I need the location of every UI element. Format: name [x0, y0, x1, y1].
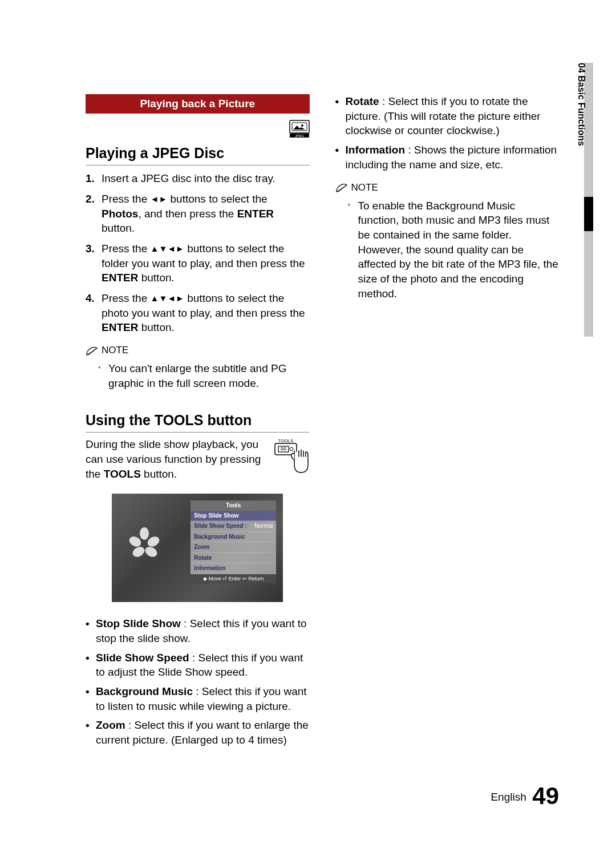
- heading-playing-jpeg: Playing a JPEG Disc: [86, 144, 310, 166]
- pen-note-icon: [86, 344, 98, 358]
- menu-item-zoom: Zoom: [191, 542, 276, 553]
- step-number: 1.: [86, 171, 102, 186]
- tools-menu-hints: ◆ Move ⏎ Enter ↩ Return: [191, 574, 276, 583]
- square-bullet-icon: ▪: [98, 361, 108, 390]
- footer-language: English: [491, 791, 526, 803]
- menu-item-information: Information: [191, 563, 276, 574]
- tools-intro-text: During the slide show playback, you can …: [86, 437, 261, 481]
- jpeg-steps-list: 1. Insert a JPEG disc into the disc tray…: [86, 171, 310, 334]
- left-column: Playing back a Picture JPEG Playing a JP…: [86, 94, 310, 752]
- step-2: 2. Press the ◄► buttons to select the Ph…: [86, 192, 310, 236]
- heading-tools-button: Using the TOOLS button: [86, 411, 310, 433]
- tools-options-list-left: • Stop Slide Show : Select this if you w…: [86, 616, 310, 747]
- arrow-four-way-icon: ▲▼◄►: [151, 293, 184, 303]
- footer-page-number: 49: [532, 782, 559, 809]
- note-item: ▪ You can't enlarge the subtitle and PG …: [98, 361, 310, 390]
- note-header-2: NOTE: [335, 180, 560, 195]
- bullet-icon: •: [86, 651, 96, 680]
- step-text: Press the ▲▼◄► buttons to select the pho…: [102, 291, 310, 335]
- jpeg-badge-icon: JPEG: [289, 120, 310, 138]
- svg-point-2: [301, 124, 303, 127]
- tools-options-list-right: • Rotate : Select this if you to rotate …: [335, 94, 560, 172]
- bullet-icon: •: [335, 94, 346, 138]
- arrow-four-way-icon: ▲▼◄►: [151, 244, 184, 253]
- step-text: Insert a JPEG disc into the disc tray.: [102, 171, 275, 186]
- bullet-icon: •: [335, 143, 346, 172]
- note-list-2: ▪ To enable the Background Music functio…: [335, 199, 560, 301]
- tools-menu-screenshot: Tools Stop Slide Show Slide Show Speed :…: [112, 494, 283, 602]
- bullet-icon: •: [86, 718, 96, 747]
- note-header-1: NOTE: [86, 344, 310, 358]
- note-label: NOTE: [351, 181, 378, 195]
- step-1: 1. Insert a JPEG disc into the disc tray…: [86, 171, 310, 186]
- tools-button-hand-icon: TOOLS: [273, 437, 310, 481]
- bullet-icon: •: [86, 616, 96, 645]
- note-item-text: To enable the Background Music function,…: [358, 199, 560, 301]
- svg-text:JPEG: JPEG: [295, 134, 304, 138]
- option-information: • Information : Shows the picture inform…: [335, 143, 560, 172]
- option-rotate: • Rotate : Select this if you to rotate …: [335, 94, 560, 138]
- step-3: 3. Press the ▲▼◄► buttons to select the …: [86, 241, 310, 285]
- page-content: Playing back a Picture JPEG Playing a JP…: [0, 0, 616, 844]
- step-text: Press the ▲▼◄► buttons to select the fol…: [102, 241, 310, 285]
- bullet-icon: •: [86, 684, 96, 713]
- option-slideshow-speed: • Slide Show Speed : Select this if you …: [86, 651, 310, 680]
- page-footer: English 49: [491, 780, 559, 813]
- right-column: • Rotate : Select this if you to rotate …: [335, 94, 560, 752]
- note-item: ▪ To enable the Background Music functio…: [348, 199, 560, 301]
- option-stop-slideshow: • Stop Slide Show : Select this if you w…: [86, 616, 310, 645]
- step-text: Press the ◄► buttons to select the Photo…: [102, 192, 310, 236]
- tools-popup-menu: Tools Stop Slide Show Slide Show Speed :…: [191, 500, 276, 583]
- tools-menu-title: Tools: [191, 500, 276, 511]
- menu-item-rotate: Rotate: [191, 553, 276, 564]
- pen-note-icon: [335, 180, 348, 195]
- svg-text:TOOLS: TOOLS: [278, 438, 293, 443]
- menu-item-slideshow-speed: Slide Show Speed :Normal: [191, 521, 276, 532]
- step-number: 4.: [86, 291, 102, 335]
- menu-item-background-music: Background Music: [191, 532, 276, 543]
- section-banner: Playing back a Picture: [86, 94, 310, 114]
- step-number: 2.: [86, 192, 102, 236]
- arrow-left-right-icon: ◄►: [151, 194, 168, 204]
- square-bullet-icon: ▪: [348, 199, 358, 301]
- svg-rect-0: [290, 120, 309, 133]
- note-list-1: ▪ You can't enlarge the subtitle and PG …: [86, 361, 310, 390]
- menu-item-stop-slideshow: Stop Slide Show: [191, 511, 276, 522]
- note-item-text: You can't enlarge the subtitle and PG gr…: [108, 361, 310, 390]
- option-background-music: • Background Music : Select this if you …: [86, 684, 310, 713]
- flower-image-icon: [132, 531, 160, 559]
- step-number: 3.: [86, 241, 102, 285]
- note-label: NOTE: [102, 344, 128, 357]
- option-zoom: • Zoom : Select this if you want to enla…: [86, 718, 310, 747]
- step-4: 4. Press the ▲▼◄► buttons to select the …: [86, 291, 310, 335]
